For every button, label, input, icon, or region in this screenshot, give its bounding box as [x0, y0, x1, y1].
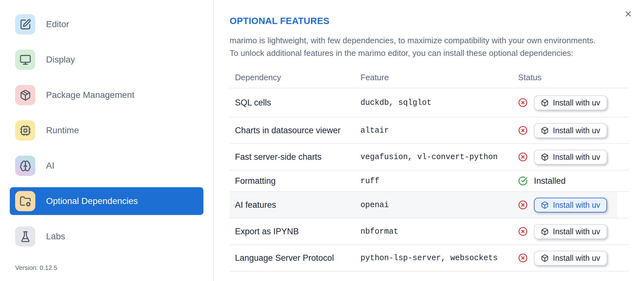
feature-cell: openai	[360, 200, 518, 210]
sidebar-icon-tile	[15, 14, 35, 34]
sidebar-nav: EditorDisplayPackage ManagementRuntimeAI…	[0, 10, 213, 250]
feature-cell: vegafusion, vl-convert-python	[360, 152, 518, 162]
dialog-description: marimo is lightweight, with few dependen…	[230, 34, 629, 59]
sidebar-item-label: Labs	[46, 231, 65, 242]
sidebar-icon-tile	[15, 120, 35, 140]
version-label: Version: 0.12.5	[15, 264, 57, 272]
install-button-label: Install with uv	[553, 98, 600, 107]
feature-cell: python-lsp-server, websockets	[360, 254, 518, 263]
sidebar-item-ai[interactable]: AI	[10, 152, 203, 180]
table-row: FormattingruffInstalled	[230, 170, 629, 192]
install-with-uv-button[interactable]: Install with uv	[534, 251, 607, 266]
status-cell: Install with uv	[518, 224, 629, 239]
table-row: AI featuresopenaiInstall with uv	[230, 192, 629, 218]
dependency-cell: Charts in datasource viewer	[230, 126, 360, 135]
box-icon	[541, 127, 549, 135]
install-button-label: Install with uv	[553, 227, 600, 236]
box-icon	[541, 153, 549, 161]
status-cell: Install with uv	[518, 251, 629, 266]
sidebar-icon-tile	[15, 85, 35, 105]
install-with-uv-button[interactable]: Install with uv	[534, 198, 607, 212]
sidebar-item-label: Runtime	[46, 125, 79, 135]
sidebar-item-label: Package Management	[46, 90, 134, 100]
install-button-label: Install with uv	[553, 200, 600, 210]
dependency-cell: Language Server Protocol	[230, 253, 360, 263]
install-button-label: Install with uv	[553, 126, 600, 135]
status-cell: Install with uv	[518, 95, 629, 110]
circle-x-icon	[518, 253, 528, 263]
dependency-cell: Fast server-side charts	[230, 152, 360, 162]
table-row: Language Server Protocolpython-lsp-serve…	[230, 245, 629, 272]
circle-check-icon	[518, 176, 528, 186]
table-body: SQL cellsduckdb, sqlglotInstall with uvC…	[230, 88, 629, 272]
sidebar-icon-tile	[15, 191, 35, 211]
install-with-uv-button[interactable]: Install with uv	[534, 95, 607, 110]
monitor-icon	[20, 54, 31, 66]
circle-x-icon	[518, 200, 528, 210]
sidebar-item-editor[interactable]: Editor	[10, 10, 203, 38]
optional-features-panel: OPTIONAL FEATURES marimo is lightweight,…	[214, 0, 644, 281]
status-cell: Install with uv	[518, 198, 629, 212]
column-header-status: Status	[518, 73, 629, 82]
feature-cell: ruff	[360, 176, 518, 186]
close-icon	[624, 9, 633, 18]
sidebar-item-label: Editor	[46, 19, 69, 29]
sidebar-item-display[interactable]: Display	[10, 46, 203, 74]
sidebar-icon-tile	[15, 156, 35, 176]
sidebar-item-optional-dependencies[interactable]: Optional Dependencies	[10, 187, 203, 215]
install-button-label: Install with uv	[553, 152, 600, 162]
table-row: Export as IPYNBnbformatInstall with uv	[230, 218, 629, 245]
table-row: Charts in datasource vieweraltairInstall…	[230, 117, 629, 144]
circle-x-icon	[518, 152, 528, 162]
install-with-uv-button[interactable]: Install with uv	[534, 224, 607, 239]
feature-cell: nbformat	[360, 227, 518, 236]
sidebar-item-runtime[interactable]: Runtime	[10, 117, 203, 144]
sidebar-item-package-management[interactable]: Package Management	[10, 81, 203, 109]
table-row: Fast server-side chartsvegafusion, vl-co…	[230, 144, 629, 170]
dependency-cell: Export as IPYNB	[230, 227, 360, 236]
sidebar-item-label: AI	[46, 161, 54, 171]
sidebar-item-label: Display	[46, 55, 75, 65]
square-pen-icon	[20, 19, 31, 30]
dependency-cell: AI features	[230, 200, 360, 210]
install-button-label: Install with uv	[553, 254, 600, 263]
install-with-uv-button[interactable]: Install with uv	[534, 123, 607, 138]
circle-x-icon	[518, 126, 528, 135]
box-icon	[541, 254, 549, 262]
flask-icon	[20, 231, 31, 242]
description-line-2: To unlock additional features in the mar…	[230, 47, 629, 59]
table-row: SQL cellsduckdb, sqlglotInstall with uv	[230, 88, 629, 117]
box-icon	[541, 201, 549, 209]
dependency-cell: SQL cells	[230, 98, 360, 108]
feature-cell: duckdb, sqlglot	[360, 98, 518, 107]
status-cell: Install with uv	[518, 150, 629, 164]
circle-x-icon	[518, 98, 528, 107]
page-title: OPTIONAL FEATURES	[230, 15, 629, 27]
feature-cell: altair	[360, 126, 518, 135]
cpu-icon	[20, 125, 31, 136]
sidebar-icon-tile	[15, 226, 35, 247]
sidebar-icon-tile	[15, 50, 35, 70]
description-line-1: marimo is lightweight, with few dependen…	[230, 34, 629, 47]
folder-cog-icon	[20, 195, 31, 207]
column-header-feature: Feature	[360, 73, 518, 82]
status-cell: Install with uv	[518, 123, 629, 138]
dependency-cell: Formatting	[230, 176, 360, 186]
status-cell: Installed	[518, 176, 629, 186]
brain-icon	[20, 160, 31, 172]
sidebar-item-labs[interactable]: Labs	[10, 223, 203, 250]
table-header-row: Dependency Feature Status	[230, 67, 629, 88]
settings-sidebar: EditorDisplayPackage ManagementRuntimeAI…	[0, 0, 214, 281]
dependencies-table: Dependency Feature Status SQL cellsduckd…	[230, 67, 629, 272]
settings-dialog: EditorDisplayPackage ManagementRuntimeAI…	[0, 0, 644, 281]
package-icon	[20, 89, 31, 101]
box-icon	[541, 228, 549, 236]
status-badge: Installed	[534, 176, 566, 186]
box-icon	[541, 99, 549, 107]
close-button[interactable]	[622, 8, 635, 20]
circle-x-icon	[518, 227, 528, 236]
column-header-dependency: Dependency	[230, 73, 360, 82]
sidebar-item-label: Optional Dependencies	[46, 196, 138, 206]
install-with-uv-button[interactable]: Install with uv	[534, 150, 607, 164]
